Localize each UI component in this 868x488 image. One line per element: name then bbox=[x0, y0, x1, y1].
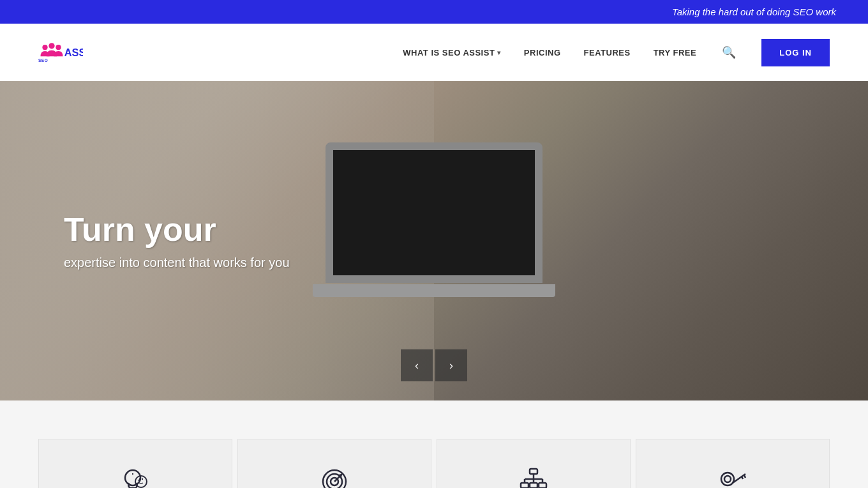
login-button[interactable]: LOG IN bbox=[761, 39, 830, 66]
svg-point-0 bbox=[42, 45, 47, 50]
svg-text:SEO: SEO bbox=[38, 58, 48, 63]
key-icon bbox=[716, 465, 749, 488]
feature-card-podcast: Make your podcast Workflow bbox=[437, 439, 631, 488]
hero-section: Turn your expertise into content that wo… bbox=[0, 81, 868, 400]
carousel-prev-button[interactable]: ‹ bbox=[401, 349, 433, 381]
svg-rect-24 bbox=[530, 483, 537, 488]
nav-try-free[interactable]: TRY FREE bbox=[654, 48, 697, 57]
main-nav: WHAT IS SEO ASSIST ▾ PRICING FEATURES TR… bbox=[403, 39, 830, 66]
laptop-screen bbox=[326, 142, 542, 283]
svg-point-27 bbox=[724, 476, 731, 482]
svg-rect-23 bbox=[521, 483, 528, 488]
search-button[interactable]: 🔍 bbox=[719, 43, 738, 62]
features-section: Use your expertise to Create Content Tra… bbox=[0, 400, 868, 488]
svg-text:ASSIST: ASSIST bbox=[64, 47, 83, 58]
nav-pricing[interactable]: PRICING bbox=[524, 48, 561, 57]
top-banner: Taking the hard out of doing SEO work bbox=[0, 0, 868, 24]
nav-features[interactable]: FEATURES bbox=[584, 48, 631, 57]
svg-line-29 bbox=[742, 477, 743, 479]
chevron-left-icon: ‹ bbox=[415, 359, 419, 372]
brain-icon bbox=[119, 465, 152, 488]
site-header: ASSIST SEO WHAT IS SEO ASSIST ▾ PRICING … bbox=[0, 24, 868, 81]
hero-subtitle: expertise into content that works for yo… bbox=[64, 255, 290, 270]
svg-point-1 bbox=[49, 43, 54, 49]
hero-content: Turn your expertise into content that wo… bbox=[64, 211, 290, 270]
svg-point-26 bbox=[721, 473, 734, 485]
carousel-next-button[interactable]: › bbox=[435, 349, 467, 381]
svg-point-5 bbox=[125, 470, 140, 485]
feature-card-create-content: Use your expertise to Create Content bbox=[38, 439, 232, 488]
hero-laptop bbox=[313, 142, 555, 321]
chevron-right-icon: › bbox=[449, 359, 453, 372]
svg-point-2 bbox=[56, 45, 61, 50]
feature-card-track-seo: Track your SEO Progress bbox=[237, 439, 431, 488]
svg-point-11 bbox=[142, 478, 143, 480]
banner-text: Taking the hard out of doing SEO work bbox=[672, 6, 836, 17]
target-icon bbox=[318, 465, 351, 488]
network-icon bbox=[517, 465, 550, 488]
feature-card-connections: Resources to build connections and bbox=[636, 439, 830, 488]
logo-image: ASSIST SEO bbox=[38, 36, 83, 68]
search-icon: 🔍 bbox=[722, 46, 736, 59]
svg-rect-25 bbox=[539, 483, 546, 488]
svg-rect-17 bbox=[530, 469, 537, 474]
nav-what-is[interactable]: WHAT IS SEO ASSIST ▾ bbox=[403, 48, 501, 57]
laptop-base bbox=[313, 284, 555, 297]
svg-point-10 bbox=[139, 478, 140, 480]
svg-line-30 bbox=[744, 475, 745, 478]
logo[interactable]: ASSIST SEO bbox=[38, 36, 83, 68]
carousel-controls: ‹ › bbox=[401, 349, 467, 381]
chevron-down-icon: ▾ bbox=[497, 49, 501, 56]
hero-title: Turn your bbox=[64, 211, 290, 248]
